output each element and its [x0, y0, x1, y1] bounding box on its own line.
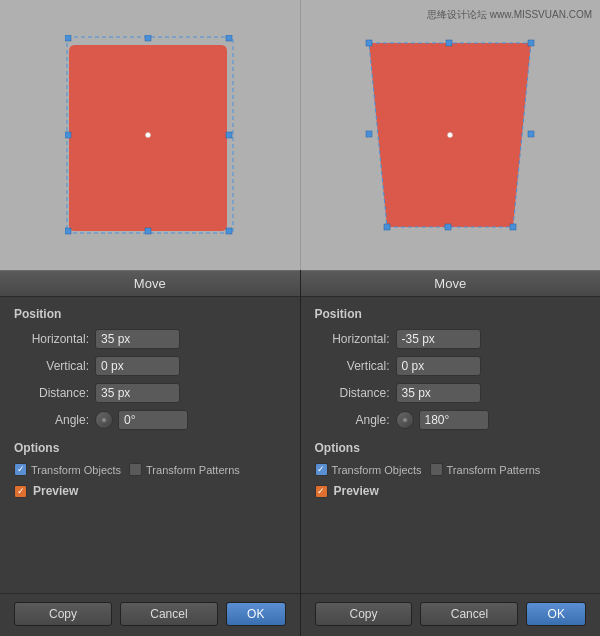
- svg-point-1: [145, 133, 150, 138]
- left-dialog-body: Position Horizontal: Vertical: Distance:…: [0, 297, 300, 593]
- right-transform-objects-label: Transform Objects: [332, 464, 422, 476]
- left-options-row: ✓ Transform Objects Transform Patterns: [14, 463, 286, 476]
- svg-rect-15: [528, 131, 534, 137]
- left-transform-patterns-label: Transform Patterns: [146, 464, 240, 476]
- svg-rect-18: [510, 224, 516, 230]
- left-dialog-title: Move: [134, 276, 166, 291]
- right-transform-objects-check: ✓: [317, 465, 325, 474]
- right-dialog-titlebar: Move: [301, 270, 601, 297]
- left-transform-patterns-checkbox[interactable]: [129, 463, 142, 476]
- left-dialog-titlebar: Move: [0, 270, 300, 297]
- right-preview-checkbox[interactable]: ✓: [315, 485, 328, 498]
- right-transform-patterns-item: Transform Patterns: [430, 463, 541, 476]
- right-vertical-label: Vertical:: [315, 359, 390, 373]
- left-angle-input[interactable]: [118, 410, 188, 430]
- right-preview-check: ✓: [317, 486, 325, 496]
- svg-rect-13: [528, 40, 534, 46]
- svg-rect-4: [226, 35, 232, 41]
- left-angle-icon[interactable]: [95, 411, 113, 429]
- svg-rect-5: [65, 132, 71, 138]
- left-distance-label: Distance:: [14, 386, 89, 400]
- right-horizontal-label: Horizontal:: [315, 332, 390, 346]
- svg-rect-17: [445, 224, 451, 230]
- left-transform-objects-item: ✓ Transform Objects: [14, 463, 121, 476]
- right-preview-row: ✓ Preview: [315, 484, 587, 498]
- svg-point-10: [448, 133, 453, 138]
- svg-rect-14: [366, 131, 372, 137]
- left-horizontal-label: Horizontal:: [14, 332, 89, 346]
- right-vertical-input[interactable]: [396, 356, 481, 376]
- right-cancel-button[interactable]: Cancel: [420, 602, 518, 626]
- left-cancel-button[interactable]: Cancel: [120, 602, 218, 626]
- right-dialog-body: Position Horizontal: Vertical: Distance:…: [301, 297, 601, 593]
- right-angle-input[interactable]: [419, 410, 489, 430]
- left-options-label: Options: [14, 441, 286, 455]
- left-ok-button[interactable]: OK: [226, 602, 286, 626]
- left-vertical-row: Vertical:: [14, 356, 286, 376]
- right-options-row: ✓ Transform Objects Transform Patterns: [315, 463, 587, 476]
- left-dialog: Move Position Horizontal: Vertical: Dist…: [0, 270, 300, 636]
- watermark: 思绛设计论坛 www.MISSVUAN.COM: [427, 8, 592, 22]
- right-distance-input[interactable]: [396, 383, 481, 403]
- right-ok-button[interactable]: OK: [526, 602, 586, 626]
- left-preview-row: ✓ Preview: [14, 484, 286, 498]
- left-preview-check: ✓: [17, 486, 25, 496]
- left-copy-button[interactable]: Copy: [14, 602, 112, 626]
- svg-rect-8: [145, 228, 151, 234]
- left-options-section: Options ✓ Transform Objects Transform Pa…: [14, 441, 286, 476]
- right-horizontal-row: Horizontal:: [315, 329, 587, 349]
- right-distance-row: Distance:: [315, 383, 587, 403]
- left-transform-objects-check: ✓: [17, 465, 25, 474]
- right-preview-label: Preview: [334, 484, 379, 498]
- right-angle-icon-inner: [402, 417, 408, 423]
- right-angle-label: Angle:: [315, 413, 390, 427]
- dialogs-area: Move Position Horizontal: Vertical: Dist…: [0, 270, 600, 636]
- left-preview-label: Preview: [33, 484, 78, 498]
- right-angle-icon[interactable]: [396, 411, 414, 429]
- left-vertical-label: Vertical:: [14, 359, 89, 373]
- left-vertical-input[interactable]: [95, 356, 180, 376]
- left-shape-wrapper: [55, 30, 245, 240]
- right-button-row: Copy Cancel OK: [301, 593, 601, 636]
- left-preview-checkbox[interactable]: ✓: [14, 485, 27, 498]
- right-position-label: Position: [315, 307, 587, 321]
- svg-rect-6: [226, 132, 232, 138]
- right-options-section: Options ✓ Transform Objects Transform Pa…: [315, 441, 587, 476]
- right-dialog-title: Move: [434, 276, 466, 291]
- svg-rect-7: [65, 228, 71, 234]
- left-horizontal-input[interactable]: [95, 329, 180, 349]
- right-transform-objects-item: ✓ Transform Objects: [315, 463, 422, 476]
- svg-rect-9: [226, 228, 232, 234]
- svg-rect-11: [366, 40, 372, 46]
- left-transform-objects-checkbox[interactable]: ✓: [14, 463, 27, 476]
- right-shape-wrapper: [355, 30, 545, 240]
- left-angle-row: Angle:: [14, 410, 286, 430]
- left-angle-icon-inner: [101, 417, 107, 423]
- left-transform-patterns-item: Transform Patterns: [129, 463, 240, 476]
- left-position-label: Position: [14, 307, 286, 321]
- canvas-area: [0, 0, 600, 270]
- left-shape-svg: [65, 35, 235, 235]
- svg-rect-12: [446, 40, 452, 46]
- right-copy-button[interactable]: Copy: [315, 602, 413, 626]
- right-canvas-panel: [301, 0, 601, 270]
- svg-rect-2: [65, 35, 71, 41]
- left-horizontal-row: Horizontal:: [14, 329, 286, 349]
- right-dialog: Move Position Horizontal: Vertical: Dist…: [301, 270, 601, 636]
- right-transform-objects-checkbox[interactable]: ✓: [315, 463, 328, 476]
- right-distance-label: Distance:: [315, 386, 390, 400]
- left-angle-label: Angle:: [14, 413, 89, 427]
- svg-rect-16: [384, 224, 390, 230]
- left-distance-row: Distance:: [14, 383, 286, 403]
- left-distance-input[interactable]: [95, 383, 180, 403]
- right-vertical-row: Vertical:: [315, 356, 587, 376]
- right-transform-patterns-checkbox[interactable]: [430, 463, 443, 476]
- right-angle-row: Angle:: [315, 410, 587, 430]
- right-horizontal-input[interactable]: [396, 329, 481, 349]
- right-shape-svg: [365, 35, 535, 235]
- svg-rect-3: [145, 35, 151, 41]
- right-transform-patterns-label: Transform Patterns: [447, 464, 541, 476]
- left-canvas-panel: [0, 0, 300, 270]
- left-transform-objects-label: Transform Objects: [31, 464, 121, 476]
- left-button-row: Copy Cancel OK: [0, 593, 300, 636]
